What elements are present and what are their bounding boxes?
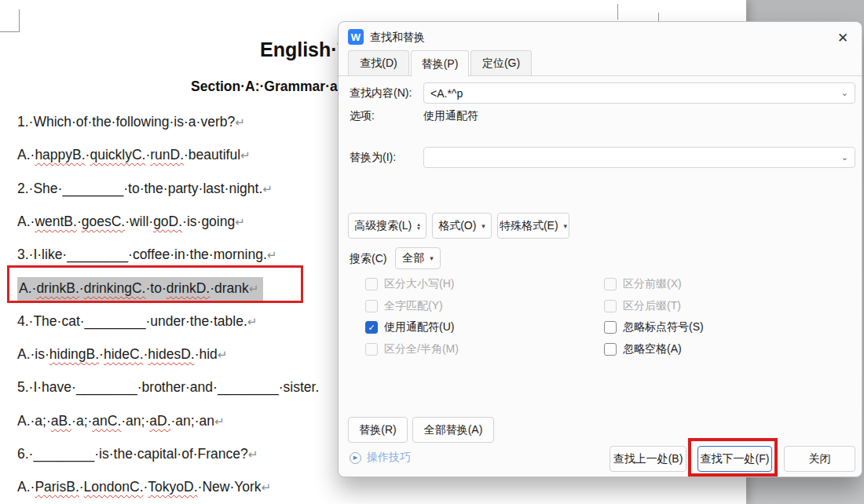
doc-line-8[interactable]: A.·is·hidingB.·hideC.·hidesD.·hid↵	[17, 345, 227, 364]
dropdown-arrow-icon: ▾	[430, 254, 434, 262]
paragraph-mark-icon: ↵	[214, 415, 225, 428]
doc-line-4[interactable]: A.·wentB.·goesC.·will·goD.·is·going↵	[17, 212, 245, 232]
find-input-value: <A.*^p	[430, 87, 463, 100]
chevron-down-icon[interactable]: ⌄	[841, 153, 848, 162]
doc-line-12[interactable]: A.·ParisB.·LondonC.·TokyoD.·New·York↵	[17, 477, 271, 497]
advanced-search-label: 高级搜索(L)	[354, 219, 412, 233]
paragraph-mark-icon: ↵	[235, 215, 245, 228]
checkbox-box-icon	[604, 300, 617, 312]
doc-line-3[interactable]: 2.·She·________·to·the·party·last·night.…	[17, 179, 273, 199]
search-scope-dropdown[interactable]: 全部 ▾	[395, 247, 441, 269]
annotation-box-selected-line	[7, 265, 303, 303]
special-format-button[interactable]: 特殊格式(E) ▾	[497, 213, 569, 239]
dropdown-arrow-icon: ▾	[481, 222, 485, 230]
advanced-search-button[interactable]: 高级搜索(L) ▴▾	[348, 213, 427, 239]
checkbox-match-case: 区分大小写(H)	[365, 277, 454, 291]
replace-all-button[interactable]: 全部替换(A)	[412, 417, 494, 443]
search-scope-value: 全部	[402, 251, 424, 265]
find-previous-button[interactable]: 查找上一处(B)	[610, 446, 686, 472]
checkbox-label: 区分全/半角(M)	[384, 342, 459, 356]
tab-find[interactable]: 查找(D)	[348, 50, 409, 75]
paragraph-mark-icon: ↵	[262, 182, 273, 195]
checkbox-box-icon: ✓	[365, 321, 378, 334]
tab-replace[interactable]: 替换(P)	[411, 50, 469, 77]
checkbox-label: 全字匹配(Y)	[384, 299, 443, 313]
margin-corner-mark	[0, 9, 20, 32]
close-icon[interactable]: ✕	[832, 27, 854, 49]
checkbox-full-half-width: 区分全/半角(M)	[365, 342, 459, 356]
tab-goto[interactable]: 定位(G)	[470, 50, 532, 75]
checkbox-match-suffix: 区分后缀(T)	[604, 299, 681, 313]
paragraph-mark-icon: ↵	[248, 447, 258, 461]
checkbox-box-icon	[365, 300, 378, 312]
paragraph-mark-icon: ↵	[240, 148, 251, 162]
replace-input[interactable]: ⌄	[423, 147, 855, 168]
checkbox-label: 区分大小写(H)	[384, 277, 454, 291]
doc-line-9[interactable]: 5.·I·have·________·brother·and·________·…	[17, 378, 319, 396]
checkbox-whole-word: 全字匹配(Y)	[365, 299, 443, 313]
doc-line-1[interactable]: 1.·Which·of·the·following·is·a·verb?↵	[17, 112, 245, 132]
wps-app-icon: W	[348, 29, 364, 45]
checkbox-match-prefix: 区分前缀(X)	[604, 277, 682, 291]
checkbox-label: 区分前缀(X)	[623, 277, 682, 291]
options-label: 选项:	[350, 109, 375, 123]
doc-line-2[interactable]: A.·happyB.·quicklyC.·runD.·beautiful↵	[17, 145, 251, 165]
annotation-box-find-next	[688, 438, 778, 477]
doc-line-5[interactable]: 3.·I·like·________·coffee·in·the·morning…	[17, 245, 276, 265]
checkbox-label: 区分后缀(T)	[623, 299, 681, 313]
paragraph-mark-icon: ↵	[235, 115, 245, 129]
checkbox-label: 忽略空格(A)	[623, 342, 682, 356]
replace-button[interactable]: 替换(R)	[348, 417, 408, 443]
checkbox-ignore-whitespace[interactable]: 忽略空格(A)	[604, 342, 682, 356]
close-button[interactable]: 关闭	[784, 446, 855, 472]
paragraph-mark-icon: ↵	[218, 348, 228, 361]
checkbox-label: 使用通配符(U)	[384, 320, 454, 334]
special-format-label: 特殊格式(E)	[500, 219, 558, 233]
checkbox-ignore-punctuation[interactable]: 忽略标点符号(S)	[604, 320, 704, 334]
margin-tick-mark	[658, 13, 659, 21]
paragraph-mark-icon: ↵	[267, 248, 277, 261]
search-scope-label: 搜索(C)	[350, 252, 386, 266]
margin-tick-mark	[617, 4, 618, 20]
find-replace-dialog: W 查找和替换 ✕ 查找(D)替换(P)定位(G) 查找内容(N): <A.*^…	[338, 21, 862, 477]
format-label: 格式(O)	[438, 219, 476, 233]
checkbox-label: 忽略标点符号(S)	[623, 320, 704, 334]
find-input[interactable]: <A.*^p ⌄	[423, 82, 855, 104]
checkbox-use-wildcards[interactable]: ✓使用通配符(U)	[365, 320, 454, 334]
checkbox-box-icon	[365, 278, 378, 290]
chevron-down-icon[interactable]: ⌄	[841, 89, 848, 97]
checkbox-box-icon	[604, 321, 617, 334]
dialog-title: 查找和替换	[370, 31, 425, 45]
operation-tips-link[interactable]: ▶ 操作技巧	[350, 451, 411, 465]
checkbox-box-icon	[365, 343, 378, 356]
replace-with-label: 替换为(I):	[350, 151, 396, 165]
play-circle-icon: ▶	[350, 452, 361, 464]
options-value: 使用通配符	[423, 109, 478, 123]
operation-tips-label: 操作技巧	[367, 451, 411, 465]
doc-line-11[interactable]: 6.·________·is·the·capital·of·France?↵	[17, 444, 258, 464]
document-title: English·T	[260, 38, 350, 61]
checkbox-box-icon	[604, 343, 617, 356]
updown-arrow-icon: ▴▾	[417, 222, 420, 230]
paragraph-mark-icon: ↵	[262, 480, 272, 494]
dropdown-arrow-icon: ▾	[564, 222, 568, 230]
checkbox-box-icon	[604, 278, 617, 290]
paragraph-mark-icon: ↵	[247, 315, 258, 328]
find-label: 查找内容(N):	[350, 86, 412, 100]
document-subtitle: Section·A:·Grammar·a	[191, 79, 338, 95]
doc-line-7[interactable]: 4.·The·cat·________·under·the·table.↵	[17, 312, 257, 331]
format-button[interactable]: 格式(O) ▾	[432, 213, 492, 239]
doc-line-10[interactable]: A.·a;·aB.·a;·anC.·an;·aD.·an;·an↵	[17, 411, 225, 431]
